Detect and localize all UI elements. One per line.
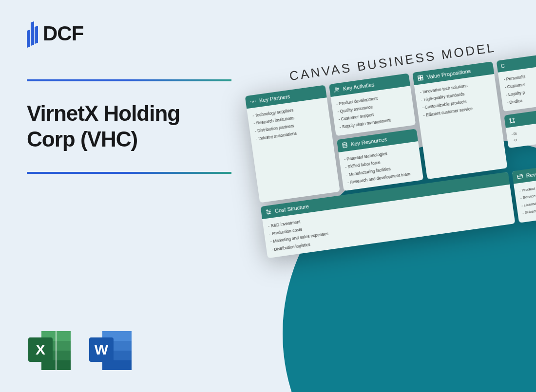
svg-rect-21 xyxy=(421,78,423,80)
svg-point-17 xyxy=(342,142,346,145)
svg-rect-20 xyxy=(419,78,421,81)
svg-point-23 xyxy=(513,118,514,119)
card-label: Cost Structure xyxy=(274,204,309,214)
card-channels-partial: - Di - O xyxy=(504,109,536,149)
middle-column: Key Activities - Product development - Q… xyxy=(329,73,424,191)
card-label: Key Activities xyxy=(343,81,375,92)
canvas-board: CANVAS BUSINESS MODEL Key Partners - Tec… xyxy=(242,34,536,258)
svg-point-22 xyxy=(509,118,511,120)
grid-icon xyxy=(417,74,424,82)
card-key-partners: Key Partners - Technology suppliers - Re… xyxy=(245,85,340,203)
svg-rect-29 xyxy=(517,175,522,179)
card-revenue-streams: Revenue S - Product sales - Service cont… xyxy=(512,165,536,223)
card-value-propositions: Value Propositions - Innovative tech sol… xyxy=(412,61,507,179)
page-title: VirnetX Holding Corp (VHC) xyxy=(27,101,231,152)
svg-point-25 xyxy=(513,121,515,123)
svg-point-16 xyxy=(337,88,339,89)
card-label: Key Partners xyxy=(259,93,290,104)
card-customer-relationships: C - Personaliz - Customer - Loyalty p - … xyxy=(496,54,536,111)
svg-point-15 xyxy=(335,88,337,90)
card-key-resources: Key Resources - Patented technologies - … xyxy=(336,129,423,191)
card-icon xyxy=(516,173,524,181)
left-panel: DCF VirnetX Holding Corp (VHC) xyxy=(27,22,231,174)
svg-text:W: W xyxy=(95,341,109,357)
database-icon xyxy=(341,141,348,149)
logo-icon xyxy=(27,22,38,45)
divider-top xyxy=(27,79,231,81)
word-icon: W xyxy=(88,329,134,373)
card-label: C xyxy=(500,63,505,69)
svg-text:X: X xyxy=(36,341,45,357)
network-icon xyxy=(508,116,516,124)
divider-bottom xyxy=(27,172,231,174)
card-label: Key Resources xyxy=(350,136,387,147)
people-icon xyxy=(333,86,341,93)
title-line-2: Corp (VHC) xyxy=(27,127,137,151)
handshake-icon xyxy=(249,97,257,105)
svg-point-28 xyxy=(268,213,269,215)
title-line-1: VirnetX Holding xyxy=(27,101,180,125)
sliders-icon xyxy=(265,208,272,216)
svg-point-24 xyxy=(510,122,511,123)
card-label: Revenue S xyxy=(526,169,536,178)
svg-rect-19 xyxy=(421,75,423,78)
brand-logo: DCF xyxy=(27,22,231,45)
file-format-icons: X W xyxy=(27,329,134,373)
excel-icon: X xyxy=(27,329,73,373)
card-key-activities: Key Activities - Product development - Q… xyxy=(329,73,416,136)
svg-rect-18 xyxy=(418,76,421,78)
svg-point-26 xyxy=(267,210,268,211)
brand-name: DCF xyxy=(43,22,83,45)
svg-point-27 xyxy=(269,211,270,213)
